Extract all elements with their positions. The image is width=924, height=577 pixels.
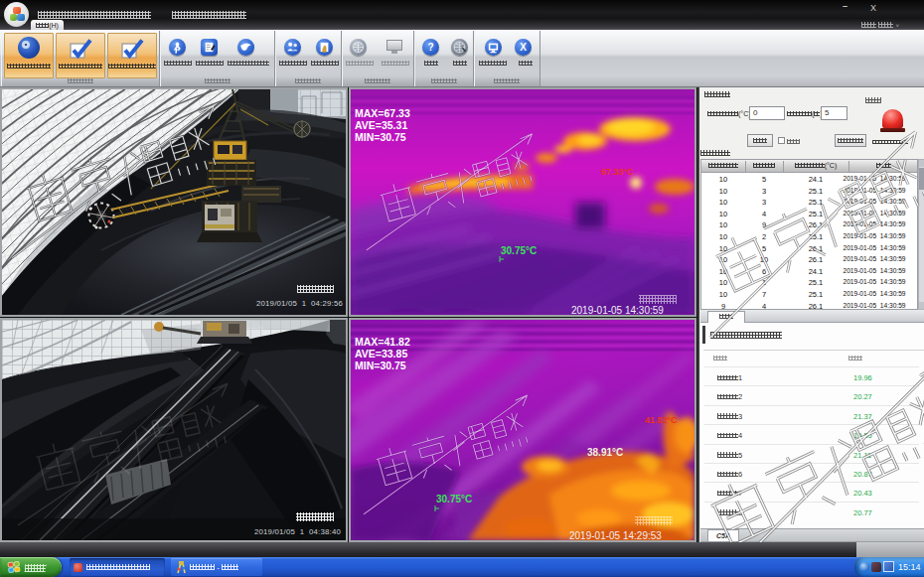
svg-text:AVE=33.85: AVE=33.85	[355, 348, 407, 360]
svg-text:2019/01/05 1 04:29:56: 2019/01/05 1 04:29:56	[256, 299, 343, 308]
svg-text:MIN=30.75: MIN=30.75	[355, 131, 406, 143]
svg-text:MAX=41.82: MAX=41.82	[355, 336, 410, 348]
svg-text:2019/01/05 1 04:38:40: 2019/01/05 1 04:38:40	[254, 527, 341, 536]
svg-text:30.75°C: 30.75°C	[501, 245, 537, 256]
svg-text:38.91°C: 38.91°C	[587, 447, 623, 458]
svg-text:MAX=67.33: MAX=67.33	[355, 107, 410, 119]
svg-text:MIN=30.75: MIN=30.75	[355, 360, 406, 371]
svg-text:2019-01-05 14:29:53: 2019-01-05 14:29:53	[569, 530, 662, 541]
svg-text:?: ?	[427, 42, 433, 53]
svg-text:30.75°C: 30.75°C	[436, 494, 472, 505]
svg-text:AVE=35.31: AVE=35.31	[355, 119, 407, 131]
svg-text:67.33°C: 67.33°C	[601, 167, 634, 177]
svg-text:2019-01-05 14:30:59: 2019-01-05 14:30:59	[571, 305, 664, 316]
svg-text:41.82°C: 41.82°C	[645, 415, 678, 425]
svg-text:X: X	[520, 42, 527, 53]
